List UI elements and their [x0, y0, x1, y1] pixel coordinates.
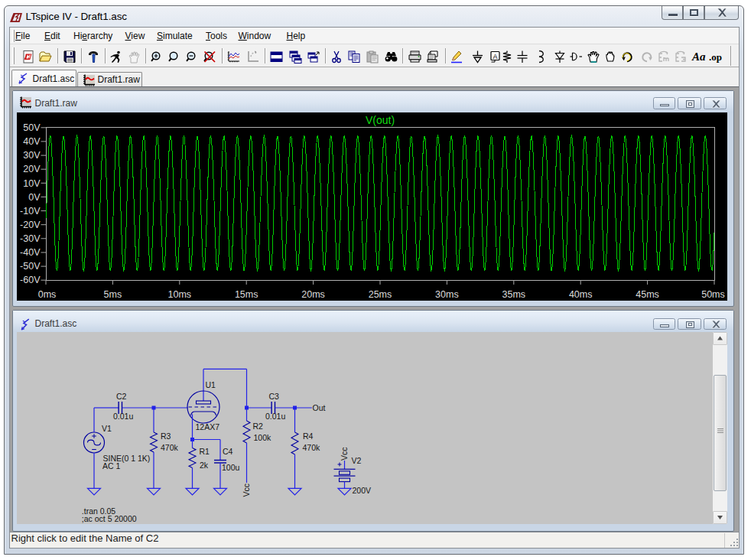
- svg-text:U1: U1: [206, 379, 216, 389]
- svg-text:Out: Out: [313, 402, 326, 412]
- svg-text:;ac oct 5 20000: ;ac oct 5 20000: [82, 514, 137, 523]
- svg-text:100u: 100u: [222, 463, 240, 472]
- svg-text:10V: 10V: [23, 178, 41, 189]
- svg-text:0V: 0V: [28, 192, 41, 203]
- svg-text:V(out): V(out): [366, 114, 395, 126]
- svg-text:12AX7: 12AX7: [196, 422, 220, 431]
- svg-text:A: A: [493, 53, 497, 60]
- svg-text:25ms: 25ms: [369, 289, 392, 300]
- svg-text:0.01u: 0.01u: [113, 411, 133, 420]
- svg-text:470k: 470k: [161, 443, 179, 452]
- svg-text:40ms: 40ms: [569, 289, 593, 300]
- svg-text:-50V: -50V: [20, 261, 41, 272]
- svg-text:V1: V1: [102, 423, 112, 432]
- svg-text:Vcc: Vcc: [242, 483, 251, 497]
- svg-text:20ms: 20ms: [301, 289, 325, 300]
- svg-text:0.01u: 0.01u: [265, 412, 285, 421]
- svg-text:470k: 470k: [303, 443, 321, 452]
- svg-text:R1: R1: [200, 447, 210, 456]
- svg-text:R2: R2: [253, 421, 264, 430]
- svg-text:-10V: -10V: [20, 206, 41, 217]
- svg-text:100k: 100k: [254, 433, 272, 442]
- svg-text:20V: 20V: [23, 164, 41, 174]
- svg-text:35ms: 35ms: [502, 289, 526, 300]
- svg-text:45ms: 45ms: [636, 289, 659, 300]
- svg-text:C3: C3: [269, 391, 280, 400]
- svg-text:30ms: 30ms: [435, 289, 459, 300]
- svg-text:C4: C4: [223, 447, 233, 456]
- svg-text:2k: 2k: [200, 461, 209, 470]
- svg-text:30V: 30V: [23, 150, 41, 161]
- svg-text:10ms: 10ms: [168, 289, 192, 300]
- svg-text:-60V: -60V: [20, 275, 41, 285]
- svg-text:50V: 50V: [23, 122, 41, 133]
- svg-text:AC 1: AC 1: [102, 461, 121, 470]
- svg-text:R4: R4: [303, 431, 314, 441]
- svg-text:-40V: -40V: [20, 247, 41, 258]
- svg-text:5ms: 5ms: [104, 289, 122, 300]
- svg-text:50ms: 50ms: [701, 289, 725, 300]
- svg-text:-20V: -20V: [20, 220, 41, 230]
- svg-text:V2: V2: [352, 456, 362, 465]
- svg-text:0ms: 0ms: [38, 289, 57, 300]
- svg-text:200V: 200V: [353, 485, 372, 494]
- svg-text:40V: 40V: [23, 136, 41, 147]
- svg-text:R3: R3: [161, 431, 171, 441]
- svg-text:-30V: -30V: [20, 233, 41, 244]
- svg-text:15ms: 15ms: [235, 289, 258, 300]
- svg-text:Vcc: Vcc: [340, 447, 349, 461]
- svg-text:C2: C2: [116, 391, 127, 400]
